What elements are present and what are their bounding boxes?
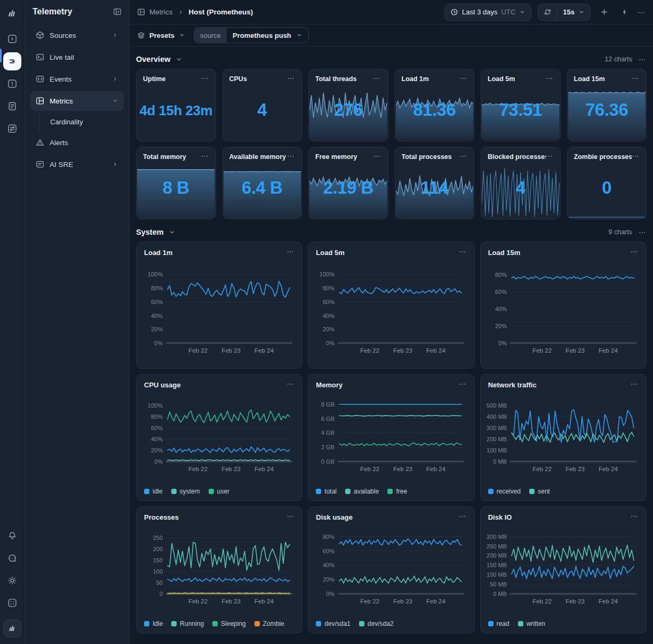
chart-card-memory: Memory⋯0 GB2 GB4 GB6 GB8 GBFeb 22Feb 23F… [308,374,474,501]
chart-canvas[interactable]: 0%20%40%60%80%Feb 22Feb 23Feb 24 [484,259,638,364]
svg-text:20%: 20% [495,323,507,329]
sidebar-item-cardinality[interactable]: Cardinality [40,113,124,131]
stat-card-load-15m[interactable]: Load 15m⋯76.36 [567,69,647,141]
card-menu-icon[interactable]: ⋯ [459,153,467,158]
legend-item-written[interactable]: written [518,620,545,627]
system-section-menu-icon[interactable]: ⋯ [639,229,647,235]
sidebar-item-alerts[interactable]: Alerts [30,132,124,153]
legend-item-zombie[interactable]: Zombie [254,620,284,627]
rail-livetail-icon[interactable] [3,52,21,70]
terminal-icon [36,53,44,61]
chart-canvas[interactable]: 0%20%40%60%80%100%Feb 22Feb 23Feb 24 [312,259,465,364]
chart-canvas[interactable]: 0%20%40%60%80%100%Feb 22Feb 23Feb 24 [140,391,293,481]
stat-card-load-1m[interactable]: Load 1m⋯81.36 [395,69,475,141]
rail-logs-icon[interactable] [3,97,21,115]
add-chart-icon[interactable] [597,5,611,19]
legend-item-available[interactable]: available [345,488,379,495]
legend-item-read[interactable]: read [488,620,509,627]
card-menu-icon[interactable]: ⋯ [286,381,294,386]
card-menu-icon[interactable]: ⋯ [287,153,295,158]
presets-button[interactable]: Presets [137,31,185,39]
legend-item-dev-sda1[interactable]: dev/sda1 [316,620,351,627]
chevron-right-icon [112,161,118,168]
legend-item-idle[interactable]: idle [144,488,163,495]
card-menu-icon[interactable]: ⋯ [373,153,381,158]
legend-label: sent [538,488,550,495]
card-menu-icon[interactable]: ⋯ [632,75,640,81]
card-menu-icon[interactable]: ⋯ [286,513,294,519]
rail-shortcuts-icon[interactable] [3,594,21,612]
card-menu-icon[interactable]: ⋯ [459,249,467,254]
stat-card-total-threads[interactable]: Total threads⋯276 [308,69,388,141]
source-select[interactable]: source Prometheus push [194,27,309,43]
rail-flash-icon[interactable] [3,30,21,48]
stat-card-value: 4 [481,178,560,198]
chart-canvas[interactable]: 0 MB50 MB100 MB150 MB200 MB250 MB300 MBF… [484,523,638,613]
legend-item-sleeping[interactable]: Sleeping [212,620,246,627]
chart-canvas[interactable]: 0%20%40%60%80%Feb 22Feb 23Feb 24 [312,523,465,613]
card-menu-icon[interactable]: ⋯ [201,75,209,81]
card-menu-icon[interactable]: ⋯ [287,75,295,81]
breadcrumb-section[interactable]: Metrics [137,8,173,16]
card-menu-icon[interactable]: ⋯ [373,75,381,81]
card-menu-icon[interactable]: ⋯ [631,513,639,519]
chart-canvas[interactable]: 0 GB2 GB4 GB6 GB8 GBFeb 22Feb 23Feb 24 [312,391,465,481]
svg-text:80%: 80% [495,272,507,278]
topbar-overflow-icon[interactable]: ⋯ [638,10,646,15]
sidebar-item-live-tail[interactable]: Live tail [30,47,124,67]
sidebar-item-events[interactable]: Events [30,69,124,89]
org-avatar[interactable] [3,619,21,638]
rail-feedback-icon[interactable] [3,549,21,567]
chart-canvas[interactable]: 0%20%40%60%80%100%Feb 22Feb 23Feb 24 [140,259,293,364]
legend-item-received[interactable]: received [488,488,521,495]
card-menu-icon[interactable]: ⋯ [632,153,640,158]
rail-alerts-icon[interactable] [3,75,21,93]
system-section-toggle[interactable]: System [136,228,176,236]
rail-notifications-icon[interactable] [3,527,21,545]
overview-section-menu-icon[interactable]: ⋯ [639,57,647,62]
refresh-interval-value[interactable]: 15s [563,8,575,16]
card-menu-icon[interactable]: ⋯ [459,513,467,519]
stat-card-load-5m[interactable]: Load 5m⋯73.51 [481,69,561,141]
svg-text:60%: 60% [151,299,163,305]
legend-item-total[interactable]: total [316,488,337,495]
card-menu-icon[interactable]: ⋯ [286,249,294,254]
refresh-icon[interactable] [544,8,552,16]
legend-swatch [171,621,177,626]
rail-theme-icon[interactable] [3,571,21,590]
stat-card-total-memory[interactable]: Total memory⋯8 B [136,147,216,219]
legend-item-system[interactable]: system [171,488,200,495]
time-range-picker[interactable]: Last 3 days UTC [444,4,531,21]
legend-item-running[interactable]: Running [171,620,204,627]
card-menu-icon[interactable]: ⋯ [459,381,467,386]
stat-card-blocked-processes[interactable]: Blocked processes⋯4 [481,147,561,219]
rail-flows-icon[interactable] [3,120,21,138]
stat-card-free-memory[interactable]: Free memory⋯2.19 B [308,147,388,219]
legend-item-sent[interactable]: sent [529,488,550,495]
stat-card-cpus[interactable]: CPUs⋯4 [222,69,302,141]
card-menu-icon[interactable]: ⋯ [201,153,209,158]
legend-item-free[interactable]: free [387,488,407,495]
card-menu-icon[interactable]: ⋯ [631,249,639,254]
sidebar-item-sources[interactable]: Sources [30,25,124,45]
legend-item-dev-sda2[interactable]: dev/sda2 [359,620,394,627]
stat-card-total-processes[interactable]: Total processes⋯114 [395,147,475,219]
card-menu-icon[interactable]: ⋯ [546,153,554,158]
overview-grid: Uptime⋯4d 15h 23mCPUs⋯4Total threads⋯276… [136,69,647,219]
stat-card-uptime[interactable]: Uptime⋯4d 15h 23m [136,69,216,141]
sidebar-item-metrics[interactable]: Metrics [30,91,124,111]
bolt-icon[interactable] [617,5,631,19]
stat-card-available-memory[interactable]: Available memory⋯6.4 B [222,147,302,219]
chart-canvas[interactable]: 050100150200250Feb 22Feb 23Feb 24 [140,523,293,613]
card-menu-icon[interactable]: ⋯ [631,381,639,386]
card-menu-icon[interactable]: ⋯ [546,75,554,81]
sidebar-item-ai-sre[interactable]: AI SRE [30,154,124,174]
stat-card-zombie-processes[interactable]: Zombie processes⋯0 [567,147,647,219]
card-menu-icon[interactable]: ⋯ [459,75,467,81]
collapse-sidebar-icon[interactable] [113,7,122,16]
legend-item-idle[interactable]: Idle [144,620,163,627]
overview-section-toggle[interactable]: Overview [136,55,182,63]
svg-text:Feb 22: Feb 22 [188,598,208,605]
chart-canvas[interactable]: 0 MB100 MB200 MB300 MB400 MB500 MBFeb 22… [484,391,638,481]
legend-item-user[interactable]: user [209,488,229,495]
